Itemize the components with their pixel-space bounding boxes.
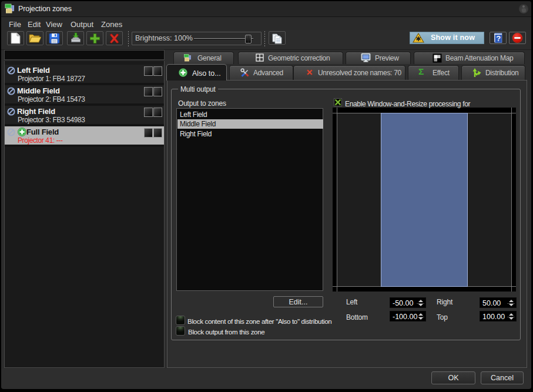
- svg-text:?: ?: [496, 34, 501, 43]
